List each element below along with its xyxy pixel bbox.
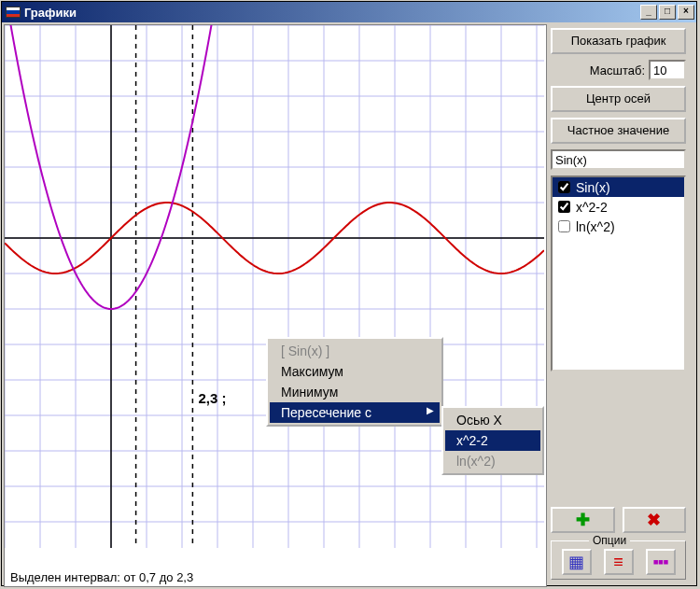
remove-button[interactable]: ✖ <box>623 507 687 533</box>
formula-input[interactable] <box>551 149 686 170</box>
function-label: Sin(x) <box>576 180 610 195</box>
options-legend: Опции <box>589 534 630 547</box>
dots-icon: ▪▪▪ <box>652 553 667 572</box>
menu-item[interactable]: x^2-2 <box>445 430 540 451</box>
function-label: ln(x^2) <box>576 219 615 234</box>
flag-icon <box>6 7 21 18</box>
close-button[interactable]: × <box>678 5 694 20</box>
menu-item[interactable]: Пересечение с <box>270 402 440 423</box>
menu-item: [ Sin(x) ] <box>270 341 440 361</box>
titlebar: Графики _ □ × <box>2 2 696 22</box>
selection-readout: 2,3 ; <box>198 390 226 406</box>
add-button[interactable]: ✚ <box>551 507 615 533</box>
graph-panel[interactable]: 2,3 ; [ Sin(x) ]МаксимумМинимумПересечен… <box>4 24 547 587</box>
function-item[interactable]: ln(x^2) <box>553 217 684 236</box>
function-item[interactable]: Sin(x) <box>553 177 684 197</box>
plus-icon: ✚ <box>576 510 590 530</box>
scale-label: Масштаб: <box>551 63 645 77</box>
grid-icon: ▦ <box>568 552 584 572</box>
dots-option-button[interactable]: ▪▪▪ <box>646 549 676 575</box>
function-checkbox[interactable] <box>558 181 570 193</box>
menu-item[interactable]: Максимум <box>270 361 440 382</box>
context-menu[interactable]: [ Sin(x) ]МаксимумМинимумПересечение с <box>266 337 443 427</box>
minimize-button[interactable]: _ <box>640 5 657 20</box>
show-graph-button[interactable]: Показать график <box>551 28 686 54</box>
grid-option-button[interactable]: ▦ <box>562 549 592 575</box>
menu-item[interactable]: Осью X <box>445 410 540 430</box>
function-label: x^2-2 <box>576 200 608 215</box>
lines-option-button[interactable]: ≡ <box>604 549 634 575</box>
app-window: Графики _ □ × 2,3 ; [ Sin(x) ]МаксимумМи… <box>1 1 697 586</box>
status-bar: Выделен интервал: от 0,7 до 2,3 <box>10 570 193 584</box>
partial-value-button[interactable]: Частное значение <box>551 118 686 144</box>
function-checkbox[interactable] <box>558 201 570 213</box>
center-axes-button[interactable]: Центр осей <box>551 86 686 112</box>
maximize-button[interactable]: □ <box>659 5 676 20</box>
window-title: Графики <box>24 6 638 20</box>
lines-icon: ≡ <box>613 553 623 572</box>
sidebar: Показать график Масштаб: Центр осей Част… <box>547 22 692 585</box>
function-item[interactable]: x^2-2 <box>553 197 684 217</box>
context-submenu[interactable]: Осью Xx^2-2ln(x^2) <box>441 406 544 475</box>
menu-item: ln(x^2) <box>445 451 540 471</box>
scale-input[interactable] <box>649 60 686 80</box>
menu-item[interactable]: Минимум <box>270 382 440 402</box>
function-checkbox[interactable] <box>558 220 570 232</box>
options-group: Опции ▦ ≡ ▪▪▪ <box>551 540 686 580</box>
function-list[interactable]: Sin(x)x^2-2ln(x^2) <box>551 175 686 372</box>
cross-icon: ✖ <box>647 510 661 530</box>
